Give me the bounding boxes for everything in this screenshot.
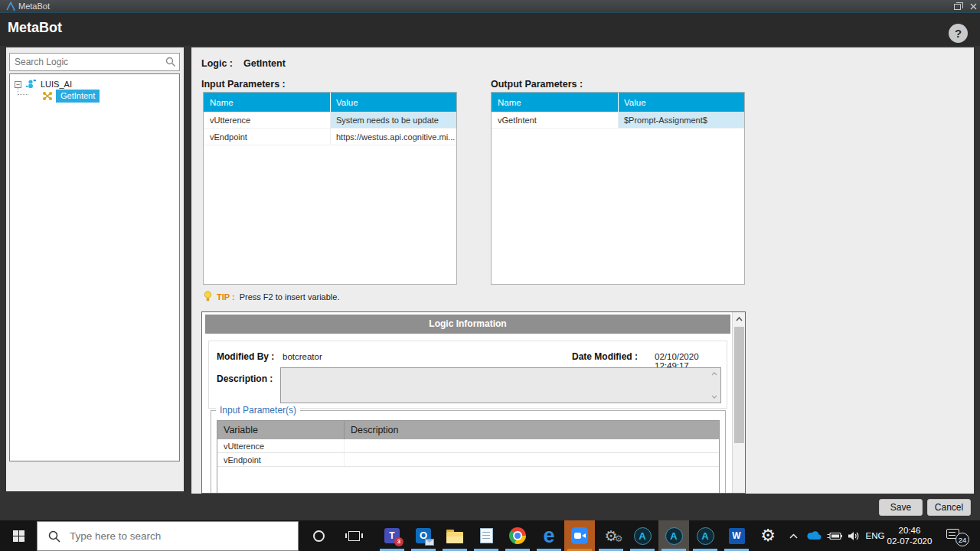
textarea-scroll-arrows[interactable] bbox=[709, 369, 720, 402]
gear-icon: ⚙ bbox=[760, 527, 776, 544]
automation-anywhere-icon: A bbox=[634, 527, 652, 545]
taskbar-app-aa-client[interactable]: ⚙ bbox=[596, 520, 626, 551]
task-view-icon bbox=[348, 531, 360, 541]
column-header-name: Name bbox=[492, 93, 619, 112]
taskbar-app-automation-anywhere-3[interactable]: A bbox=[690, 520, 720, 551]
tray-expand-button[interactable] bbox=[784, 520, 802, 551]
tip-label: TIP : bbox=[217, 292, 235, 302]
screen: MetaBot MetaBot ? bbox=[0, 0, 980, 551]
logic-information-title: Logic Information bbox=[205, 315, 730, 334]
column-header-value: Value bbox=[331, 93, 456, 112]
cancel-button[interactable]: Cancel bbox=[927, 499, 971, 516]
tip-text: Press F2 to insert variable. bbox=[240, 292, 340, 302]
scrollbar-thumb[interactable] bbox=[734, 327, 744, 443]
taskbar-app-zoom[interactable] bbox=[564, 520, 595, 551]
modified-by-label: Modified By : bbox=[217, 351, 274, 362]
notification-center-button[interactable]: 24 bbox=[940, 520, 975, 551]
param-name-cell[interactable]: vUtterence bbox=[204, 112, 331, 128]
teams-icon: T 3 bbox=[384, 528, 400, 543]
app-header: MetaBot ? bbox=[0, 13, 980, 46]
table-header-row: Variable Description bbox=[217, 421, 719, 439]
variable-description-table: Variable Description vUtterence vEndpoin… bbox=[217, 420, 720, 494]
date-modified-label: Date Modified : bbox=[572, 351, 638, 362]
taskbar-app-edge[interactable]: e bbox=[534, 520, 564, 551]
battery-charging-icon bbox=[827, 532, 842, 540]
close-window-icon[interactable] bbox=[970, 3, 977, 10]
tray-clock[interactable]: 20:46 02-07-2020 bbox=[885, 520, 934, 551]
param-name-cell[interactable]: vEndpoint bbox=[204, 129, 331, 145]
tray-volume[interactable] bbox=[844, 520, 864, 551]
vertical-scrollbar[interactable] bbox=[732, 312, 745, 493]
column-header-value: Value bbox=[619, 93, 744, 112]
tray-battery[interactable] bbox=[824, 520, 845, 551]
main-panel: Logic :GetIntent Input Parameters : Name… bbox=[191, 47, 974, 494]
param-value-cell[interactable]: https://westus.api.cognitive.mi... bbox=[331, 129, 456, 145]
scroll-up-icon[interactable] bbox=[733, 313, 745, 325]
taskbar-app-settings[interactable]: ⚙ bbox=[753, 520, 783, 551]
chrome-icon bbox=[509, 527, 526, 544]
input-parameters-fieldset: Input Parameter(s) Variable Description … bbox=[211, 410, 726, 494]
taskbar-app-word[interactable]: W bbox=[721, 520, 752, 551]
table-row[interactable]: vEndpoint https://westus.api.cognitive.m… bbox=[204, 129, 456, 145]
logic-value: GetIntent bbox=[243, 58, 286, 69]
start-button[interactable] bbox=[0, 520, 37, 551]
cloud-icon bbox=[807, 531, 822, 540]
gears-icon: ⚙ bbox=[604, 529, 617, 543]
word-icon: W bbox=[729, 528, 745, 544]
param-value-cell[interactable]: $Prompt-Assignment$ bbox=[619, 112, 744, 128]
chevron-down-icon[interactable] bbox=[711, 395, 717, 399]
restore-window-icon[interactable] bbox=[954, 4, 961, 10]
taskbar-search[interactable] bbox=[37, 521, 299, 551]
table-header-row: Name Value bbox=[204, 93, 456, 112]
taskbar-app-outlook[interactable]: O bbox=[408, 520, 439, 551]
help-button[interactable]: ? bbox=[949, 24, 968, 43]
tree-node-label-selected[interactable]: GetIntent bbox=[56, 90, 100, 103]
sidebar: LUIS_AI GetIntent bbox=[6, 47, 184, 491]
description-label: Description : bbox=[217, 373, 273, 384]
variable-cell[interactable]: vUtterence bbox=[217, 439, 345, 452]
taskbar-app-file-explorer[interactable] bbox=[439, 520, 470, 551]
table-row[interactable]: vUtterence System needs to be update bbox=[204, 112, 456, 129]
chevron-up-icon[interactable] bbox=[711, 372, 717, 376]
speaker-icon bbox=[848, 531, 860, 541]
search-icon bbox=[165, 57, 176, 67]
param-name-cell[interactable]: vGetIntent bbox=[492, 112, 619, 128]
task-view-button[interactable] bbox=[338, 520, 369, 551]
tree-node-luis-ai[interactable]: LUIS_AI bbox=[15, 79, 72, 90]
save-button[interactable]: Save bbox=[879, 499, 923, 516]
tray-language[interactable]: ENG bbox=[864, 520, 887, 551]
taskbar: T 3 O e ⚙ A A A W ⚙ bbox=[0, 520, 980, 551]
teams-badge: 3 bbox=[394, 537, 403, 546]
taskbar-app-automation-anywhere-1[interactable]: A bbox=[627, 520, 658, 551]
taskbar-app-teams[interactable]: T 3 bbox=[377, 520, 407, 551]
window-titlebar: MetaBot bbox=[0, 0, 980, 13]
chevron-up-icon bbox=[789, 533, 798, 539]
taskbar-search-input[interactable] bbox=[68, 530, 267, 543]
footer-bar: Save Cancel bbox=[0, 494, 980, 520]
input-parameters-title: Input Parameters : bbox=[201, 79, 286, 90]
cortana-button[interactable] bbox=[303, 520, 334, 551]
window-title: MetaBot bbox=[18, 2, 50, 11]
param-value-cell[interactable]: System needs to be update bbox=[331, 112, 456, 128]
description-textarea[interactable] bbox=[280, 367, 721, 403]
logic-information-panel: Logic Information Modified By : botcreat… bbox=[201, 311, 746, 494]
taskbar-app-chrome[interactable] bbox=[502, 520, 533, 551]
description-cell[interactable] bbox=[345, 453, 719, 466]
variable-cell[interactable]: vEndpoint bbox=[217, 453, 345, 466]
logic-icon bbox=[42, 91, 53, 101]
logic-info-box: Modified By : botcreator Date Modified :… bbox=[208, 341, 727, 409]
taskbar-app-automation-anywhere-2[interactable]: A bbox=[658, 520, 689, 551]
windows-logo-icon bbox=[13, 530, 24, 542]
tray-onedrive[interactable] bbox=[804, 520, 824, 551]
table-row[interactable]: vEndpoint bbox=[217, 453, 719, 467]
taskbar-app-notepad[interactable] bbox=[471, 520, 501, 551]
tree-node-getintent[interactable]: GetIntent bbox=[42, 90, 100, 103]
table-row[interactable]: vUtterence bbox=[217, 439, 719, 453]
outlook-icon: O bbox=[416, 528, 431, 543]
collapse-icon[interactable] bbox=[15, 81, 21, 88]
description-cell[interactable] bbox=[345, 439, 719, 452]
folder-icon bbox=[446, 532, 463, 543]
table-header-row: Name Value bbox=[492, 93, 744, 112]
search-logic-input[interactable] bbox=[9, 53, 180, 71]
table-row[interactable]: vGetIntent $Prompt-Assignment$ bbox=[492, 112, 744, 129]
